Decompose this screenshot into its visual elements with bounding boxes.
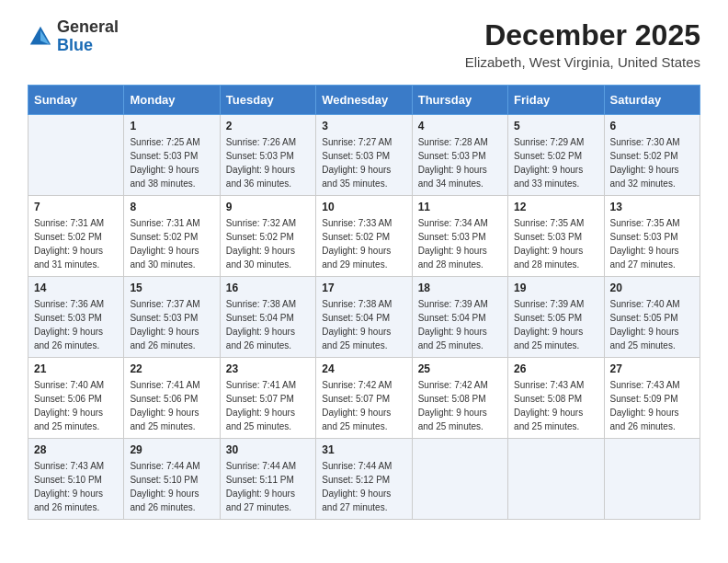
day-info: Sunrise: 7:25 AM Sunset: 5:03 PM Dayligh… (130, 135, 213, 190)
day-number: 2 (226, 120, 310, 132)
weekday-header-tuesday: Tuesday (220, 86, 315, 115)
day-info: Sunrise: 7:43 AM Sunset: 5:10 PM Dayligh… (34, 459, 118, 514)
calendar-cell: 16Sunrise: 7:38 AM Sunset: 5:04 PM Dayli… (220, 277, 315, 358)
day-info: Sunrise: 7:44 AM Sunset: 5:10 PM Dayligh… (130, 459, 213, 514)
day-number: 1 (130, 120, 213, 132)
calendar-cell (604, 439, 700, 520)
day-info: Sunrise: 7:26 AM Sunset: 5:03 PM Dayligh… (226, 135, 310, 190)
calendar-cell (508, 439, 604, 520)
day-number: 27 (610, 362, 694, 375)
day-info: Sunrise: 7:43 AM Sunset: 5:08 PM Dayligh… (514, 378, 597, 433)
calendar-cell: 18Sunrise: 7:39 AM Sunset: 5:04 PM Dayli… (412, 277, 507, 358)
calendar-cell: 3Sunrise: 7:27 AM Sunset: 5:03 PM Daylig… (316, 115, 412, 196)
calendar-cell: 10Sunrise: 7:33 AM Sunset: 5:02 PM Dayli… (316, 196, 412, 277)
day-number: 24 (322, 362, 405, 375)
calendar-body: 1Sunrise: 7:25 AM Sunset: 5:03 PM Daylig… (28, 115, 700, 520)
day-number: 18 (418, 282, 502, 294)
weekday-header-monday: Monday (124, 86, 220, 115)
header: General Blue December 2025 Elizabeth, We… (28, 18, 700, 70)
week-row: 7Sunrise: 7:31 AM Sunset: 5:02 PM Daylig… (28, 196, 700, 277)
logo-text: General Blue (57, 18, 119, 55)
day-info: Sunrise: 7:28 AM Sunset: 5:03 PM Dayligh… (418, 135, 502, 190)
calendar-cell: 19Sunrise: 7:39 AM Sunset: 5:05 PM Dayli… (508, 277, 604, 358)
day-number: 20 (610, 282, 694, 294)
day-number: 21 (34, 362, 118, 375)
calendar-cell: 14Sunrise: 7:36 AM Sunset: 5:03 PM Dayli… (28, 277, 124, 358)
calendar-cell: 7Sunrise: 7:31 AM Sunset: 5:02 PM Daylig… (28, 196, 124, 277)
day-number: 23 (226, 362, 310, 375)
day-info: Sunrise: 7:31 AM Sunset: 5:02 PM Dayligh… (130, 216, 213, 271)
day-info: Sunrise: 7:35 AM Sunset: 5:03 PM Dayligh… (610, 216, 694, 271)
day-info: Sunrise: 7:42 AM Sunset: 5:08 PM Dayligh… (418, 378, 502, 433)
subtitle: Elizabeth, West Virginia, United States (465, 54, 700, 70)
calendar-cell: 31Sunrise: 7:44 AM Sunset: 5:12 PM Dayli… (316, 439, 412, 520)
day-number: 11 (418, 201, 502, 213)
calendar-cell: 23Sunrise: 7:41 AM Sunset: 5:07 PM Dayli… (220, 358, 315, 439)
weekday-header-thursday: Thursday (412, 86, 507, 115)
title-area: December 2025 Elizabeth, West Virginia, … (465, 18, 700, 70)
day-info: Sunrise: 7:33 AM Sunset: 5:02 PM Dayligh… (322, 216, 405, 271)
day-info: Sunrise: 7:39 AM Sunset: 5:04 PM Dayligh… (418, 297, 502, 352)
calendar-cell: 17Sunrise: 7:38 AM Sunset: 5:04 PM Dayli… (316, 277, 412, 358)
day-number: 9 (226, 201, 310, 213)
calendar-cell: 9Sunrise: 7:32 AM Sunset: 5:02 PM Daylig… (220, 196, 315, 277)
day-info: Sunrise: 7:31 AM Sunset: 5:02 PM Dayligh… (34, 216, 118, 271)
calendar-cell: 30Sunrise: 7:44 AM Sunset: 5:11 PM Dayli… (220, 439, 315, 520)
day-number: 7 (34, 201, 118, 213)
day-number: 28 (34, 443, 118, 456)
day-info: Sunrise: 7:36 AM Sunset: 5:03 PM Dayligh… (34, 297, 118, 352)
day-number: 19 (514, 282, 597, 294)
day-number: 8 (130, 201, 213, 213)
calendar-cell: 2Sunrise: 7:26 AM Sunset: 5:03 PM Daylig… (220, 115, 315, 196)
day-info: Sunrise: 7:43 AM Sunset: 5:09 PM Dayligh… (610, 378, 694, 433)
day-info: Sunrise: 7:44 AM Sunset: 5:11 PM Dayligh… (226, 459, 310, 514)
calendar-cell: 12Sunrise: 7:35 AM Sunset: 5:03 PM Dayli… (508, 196, 604, 277)
calendar-cell: 1Sunrise: 7:25 AM Sunset: 5:03 PM Daylig… (124, 115, 220, 196)
day-info: Sunrise: 7:44 AM Sunset: 5:12 PM Dayligh… (322, 459, 405, 514)
logo-icon (28, 24, 53, 50)
calendar-cell: 25Sunrise: 7:42 AM Sunset: 5:08 PM Dayli… (412, 358, 507, 439)
calendar-header: SundayMondayTuesdayWednesdayThursdayFrid… (28, 86, 700, 115)
day-number: 22 (130, 362, 213, 375)
day-number: 6 (610, 120, 694, 132)
day-info: Sunrise: 7:40 AM Sunset: 5:05 PM Dayligh… (610, 297, 694, 352)
calendar-cell (28, 115, 124, 196)
calendar-cell: 8Sunrise: 7:31 AM Sunset: 5:02 PM Daylig… (124, 196, 220, 277)
logo-general: General (57, 17, 119, 36)
day-number: 16 (226, 282, 310, 294)
day-number: 3 (322, 120, 405, 132)
calendar-cell: 22Sunrise: 7:41 AM Sunset: 5:06 PM Dayli… (124, 358, 220, 439)
day-info: Sunrise: 7:41 AM Sunset: 5:07 PM Dayligh… (226, 378, 310, 433)
day-number: 10 (322, 201, 405, 213)
calendar-cell: 13Sunrise: 7:35 AM Sunset: 5:03 PM Dayli… (604, 196, 700, 277)
day-number: 26 (514, 362, 597, 375)
calendar-cell: 11Sunrise: 7:34 AM Sunset: 5:03 PM Dayli… (412, 196, 507, 277)
day-info: Sunrise: 7:32 AM Sunset: 5:02 PM Dayligh… (226, 216, 310, 271)
day-number: 17 (322, 282, 405, 294)
week-row: 21Sunrise: 7:40 AM Sunset: 5:06 PM Dayli… (28, 358, 700, 439)
weekday-row: SundayMondayTuesdayWednesdayThursdayFrid… (28, 86, 700, 115)
main-title: December 2025 (465, 18, 700, 52)
day-number: 30 (226, 443, 310, 456)
day-info: Sunrise: 7:42 AM Sunset: 5:07 PM Dayligh… (322, 378, 405, 433)
weekday-header-friday: Friday (508, 86, 604, 115)
week-row: 1Sunrise: 7:25 AM Sunset: 5:03 PM Daylig… (28, 115, 700, 196)
day-info: Sunrise: 7:30 AM Sunset: 5:02 PM Dayligh… (610, 135, 694, 190)
calendar-cell (412, 439, 507, 520)
week-row: 28Sunrise: 7:43 AM Sunset: 5:10 PM Dayli… (28, 439, 700, 520)
day-number: 4 (418, 120, 502, 132)
weekday-header-saturday: Saturday (604, 86, 700, 115)
weekday-header-wednesday: Wednesday (316, 86, 412, 115)
day-info: Sunrise: 7:37 AM Sunset: 5:03 PM Dayligh… (130, 297, 213, 352)
calendar-cell: 20Sunrise: 7:40 AM Sunset: 5:05 PM Dayli… (604, 277, 700, 358)
day-number: 29 (130, 443, 213, 456)
logo-blue: Blue (57, 36, 93, 54)
logo: General Blue (28, 18, 119, 55)
day-info: Sunrise: 7:35 AM Sunset: 5:03 PM Dayligh… (514, 216, 597, 271)
day-info: Sunrise: 7:38 AM Sunset: 5:04 PM Dayligh… (226, 297, 310, 352)
day-number: 25 (418, 362, 502, 375)
calendar-cell: 15Sunrise: 7:37 AM Sunset: 5:03 PM Dayli… (124, 277, 220, 358)
calendar: SundayMondayTuesdayWednesdayThursdayFrid… (28, 85, 700, 520)
day-info: Sunrise: 7:27 AM Sunset: 5:03 PM Dayligh… (322, 135, 405, 190)
week-row: 14Sunrise: 7:36 AM Sunset: 5:03 PM Dayli… (28, 277, 700, 358)
